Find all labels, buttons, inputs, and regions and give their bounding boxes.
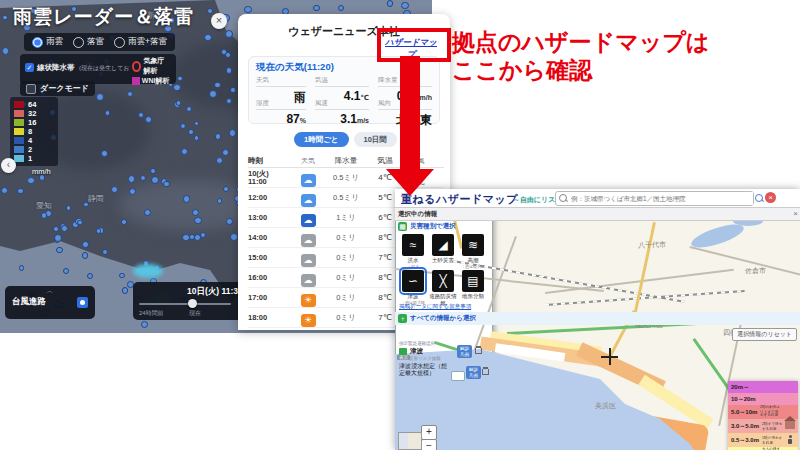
annotation-text: 拠点のハザードマップは ここから確認 (452, 28, 709, 84)
forecast-tabs: 1時間ごと 10日間 (294, 132, 397, 147)
weather-icon: ☁ (301, 194, 316, 207)
search-input[interactable] (569, 192, 753, 205)
legend-label: 10～20m (728, 395, 756, 404)
select-all-row[interactable]: ＋ すべての情報から選択 (395, 312, 800, 325)
weather-icon: ☀ (301, 314, 316, 327)
dark-mode-label: ダークモード (40, 83, 89, 94)
time: 16:00 (248, 274, 292, 282)
map-crosshair-icon (601, 348, 618, 365)
time-slider-knob[interactable] (188, 299, 197, 308)
legend-value: 32 (28, 109, 36, 118)
legend-row: 10～20m (728, 393, 798, 405)
legend-value: 4 (28, 136, 32, 145)
legend-swatch (14, 146, 24, 153)
checkbox-checked-icon[interactable]: ✓ (25, 63, 34, 72)
legend-value: 2 (28, 145, 32, 154)
linear-rainband-toggle[interactable]: ✓線状降水帯 (現在は発生しておりません) (25, 56, 132, 82)
category-select-row[interactable]: ▦ 災害種別で選択 (398, 222, 456, 231)
time: 10(火) 11:00 (248, 170, 292, 186)
overview-inset-map[interactable] (398, 432, 422, 450)
time-slider-track[interactable] (139, 303, 231, 305)
chevron-left-icon[interactable]: ‹ (1, 158, 16, 173)
weather-icon: ☁ (301, 254, 316, 267)
annotation-arrow-head (386, 169, 434, 196)
storm-surge-icon: ≋ (462, 234, 484, 256)
legend-badge-button[interactable]: 解説凡例 (457, 345, 472, 358)
layer2-name: 津波浸水想定（想定最大規模） (399, 363, 451, 377)
layer1-section-label: 指定緊急避難場所 (399, 341, 435, 346)
typhoon-icon[interactable] (77, 297, 88, 308)
wni-analysis-item[interactable]: WNI解析 (132, 76, 171, 86)
mode-rain-lightning-radio[interactable]: 雨雲+落雷 (114, 36, 167, 48)
house-icon (785, 421, 795, 429)
data-note-link[interactable]: 掲載データに関する留意事項 (399, 303, 471, 310)
zoom-in-button[interactable]: + (421, 425, 437, 440)
hazard-map-canvas[interactable]: 八千代市 佐倉市 花見川区 四街道市 美浜区 選択中の情報 × ▦ 災害種別で選… (395, 208, 800, 450)
dark-mode-button[interactable]: ダークモード (20, 81, 95, 96)
legend-swatch (14, 101, 24, 108)
radio-icon (73, 37, 84, 48)
mode-rain-radio[interactable]: 雨雲 (32, 36, 63, 48)
legend-badge-button[interactable]: 解説凡例 (466, 366, 481, 379)
radio-icon (114, 37, 125, 48)
zoom-out-button[interactable]: − (421, 439, 437, 450)
search-box[interactable] (555, 191, 754, 206)
hazard-type-flood[interactable]: ≈洪水・内水 (398, 234, 428, 274)
cell-value: 87 (286, 112, 299, 126)
category-select-label: 災害種別で選択 (410, 222, 456, 231)
legend-row: 3.0～5.0m2階まで浸水する程度 (728, 419, 798, 433)
col-weather: 天気 (292, 156, 324, 166)
jma-analysis-item[interactable]: 気象庁解析 (132, 56, 171, 76)
hazard-map-window: 重ねるハザードマップ ～自由にリスク情報を調べる～ × (395, 189, 800, 450)
legend-value: 16 (28, 118, 36, 127)
close-icon[interactable]: × (793, 209, 798, 218)
trash-icon[interactable] (475, 346, 482, 354)
rain-echo-blob (133, 264, 163, 278)
legend-swatch (14, 128, 24, 135)
legend-label: 0.5～3.0m (728, 436, 759, 445)
terrain-icon: ▤ (462, 270, 484, 292)
search-submit-icon[interactable] (755, 194, 763, 202)
time: 14:00 (248, 234, 292, 242)
screenshot-stage: 新潟 愛知 静岡 雨雲レーダー＆落雷 × 雨雲 落雷 雨雲+落雷 ✓線状降水帯 … (0, 0, 800, 450)
weather-icon: ☀ (301, 294, 316, 307)
weather-icon: ☁ (301, 274, 316, 287)
weather-icon: ☁ (301, 234, 316, 247)
type-label: 地形分類 (458, 293, 488, 300)
landslide-icon: ◢ (432, 234, 454, 256)
cell-unit: % (300, 117, 306, 124)
close-icon[interactable]: × (211, 13, 227, 29)
slider-datetime: 10日(火) 11:3 (187, 286, 238, 298)
search-clear-icon[interactable]: × (765, 192, 776, 203)
city-label: 八千代市 (638, 240, 666, 250)
radar-app-title: 雨雲レーダー＆落雷 (13, 4, 194, 30)
time: 12:00 (248, 194, 292, 202)
layer2-toggle[interactable] (451, 371, 465, 381)
legend-swatch (14, 137, 24, 144)
mode-lightning-radio[interactable]: 落雷 (73, 36, 104, 48)
hazard-type-landslide[interactable]: ◢土砂災害 (428, 234, 458, 274)
legend-value: 1 (28, 154, 32, 163)
plus-icon: ＋ (398, 314, 407, 323)
type-note: ・内水 (400, 264, 427, 269)
trash-icon[interactable] (482, 367, 489, 375)
tab-10days[interactable]: 10日間 (354, 132, 397, 147)
time: 18:00 (248, 314, 292, 322)
hazard-type-storm-surge[interactable]: ≋高潮〔想定最大規模〕 (458, 234, 488, 274)
legend-swatch (14, 119, 24, 126)
type-label: 高潮 (458, 257, 488, 264)
legend-note: 1階が浸水する程度 (760, 436, 783, 444)
search-icon (559, 194, 567, 202)
chevron-up-icon[interactable]: ︿ (5, 286, 95, 296)
cell-value: 3.1 (340, 112, 357, 126)
annotation-line2: ここから確認 (452, 56, 709, 84)
panel-title-bar: 選択中の情報 × (395, 208, 800, 221)
tab-hourly[interactable]: 1時間ごと (294, 132, 349, 147)
weather-icon: ☁ (301, 174, 316, 187)
jma-ring-icon (132, 61, 142, 72)
reset-selection-button[interactable]: 選択情報のリセット (732, 328, 797, 341)
precip: 0ミリ (324, 313, 368, 323)
rain-intensity-legend: 64 32 16 8 4 2 1 (10, 97, 58, 166)
time: 17:00 (248, 294, 292, 302)
layer2-section-label: 災害リスク情報 (409, 356, 441, 361)
